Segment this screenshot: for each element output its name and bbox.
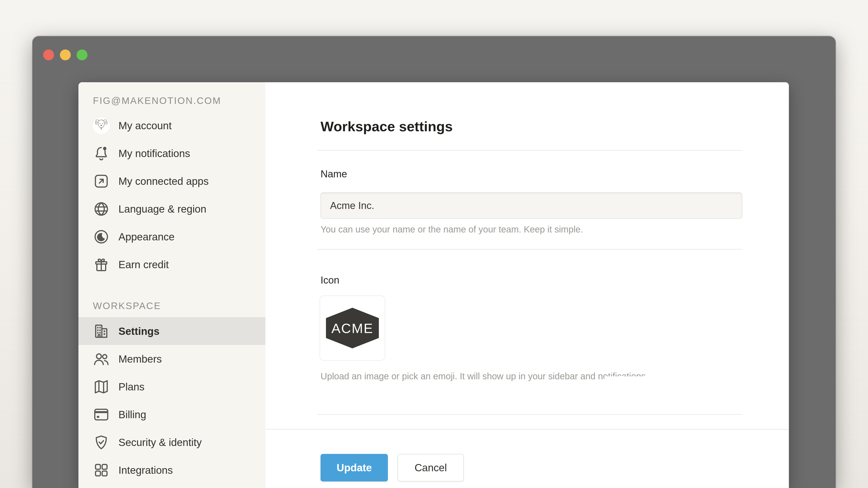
render-artifact-overlay bbox=[604, 377, 653, 385]
grid-icon bbox=[92, 461, 111, 479]
sidebar-item-my-account[interactable]: My account bbox=[79, 111, 266, 139]
page-title: Workspace settings bbox=[320, 118, 453, 135]
workspace-settings-list: Settings Members bbox=[79, 317, 266, 484]
sidebar-item-my-connected-apps[interactable]: My connected apps bbox=[79, 167, 266, 195]
gift-icon bbox=[92, 256, 111, 273]
icon-field-label: Icon bbox=[320, 274, 339, 287]
acme-logo: ACME bbox=[326, 308, 379, 348]
moon-icon bbox=[92, 228, 111, 246]
dialog-footer: Update Cancel bbox=[266, 429, 789, 488]
sidebar-item-label: Appearance bbox=[119, 231, 175, 243]
sidebar-item-label: Members bbox=[119, 353, 162, 365]
workspace-section-heading: WORKSPACE bbox=[93, 300, 161, 311]
sidebar-item-integrations[interactable]: Integrations bbox=[79, 456, 266, 484]
name-helper-text: You can use your name or the name of you… bbox=[320, 222, 583, 236]
sidebar-item-billing[interactable]: Billing bbox=[79, 400, 266, 428]
sidebar-item-my-notifications[interactable]: My notifications bbox=[79, 139, 266, 167]
desktop-background: FIG@MAKENOTION.COM bbox=[0, 0, 868, 488]
sidebar-item-plans[interactable]: Plans bbox=[79, 373, 266, 400]
settings-dialog: FIG@MAKENOTION.COM bbox=[79, 82, 789, 488]
account-email-heading: FIG@MAKENOTION.COM bbox=[93, 95, 221, 106]
traffic-light-zoom[interactable] bbox=[76, 50, 88, 60]
traffic-light-minimize[interactable] bbox=[60, 50, 71, 60]
bell-icon bbox=[92, 144, 111, 162]
credit-card-icon bbox=[92, 406, 111, 423]
sidebar-item-language-region[interactable]: Language & region bbox=[79, 195, 266, 223]
divider bbox=[317, 150, 742, 151]
divider bbox=[317, 249, 742, 250]
macos-window: FIG@MAKENOTION.COM bbox=[32, 35, 836, 488]
avatar-icon bbox=[92, 116, 111, 135]
sidebar-item-appearance[interactable]: Appearance bbox=[79, 223, 266, 251]
traffic-light-close[interactable] bbox=[43, 50, 54, 60]
workspace-name-input[interactable] bbox=[320, 193, 742, 219]
sidebar-item-label: My account bbox=[119, 120, 172, 132]
external-link-icon bbox=[92, 172, 111, 190]
workspace-settings-pane: Workspace settings Name You can use your… bbox=[266, 82, 789, 488]
globe-icon bbox=[92, 200, 111, 218]
divider bbox=[317, 414, 742, 415]
sidebar-item-label: My connected apps bbox=[119, 175, 209, 187]
settings-sidebar: FIG@MAKENOTION.COM bbox=[79, 82, 266, 488]
sidebar-item-members[interactable]: Members bbox=[79, 345, 266, 373]
sidebar-item-label: Integrations bbox=[119, 464, 173, 476]
building-icon bbox=[92, 322, 111, 340]
update-button[interactable]: Update bbox=[320, 454, 388, 482]
map-icon bbox=[92, 378, 111, 396]
sidebar-item-security-identity[interactable]: Security & identity bbox=[79, 428, 266, 456]
shield-check-icon bbox=[92, 433, 111, 451]
sidebar-item-label: Earn credit bbox=[119, 258, 168, 271]
members-icon bbox=[92, 350, 111, 368]
sidebar-item-settings[interactable]: Settings bbox=[79, 317, 266, 345]
sidebar-item-label: Billing bbox=[119, 409, 146, 421]
sidebar-item-label: Security & identity bbox=[119, 436, 202, 449]
account-settings-list: My account My notifications bbox=[79, 111, 266, 278]
sidebar-item-label: My notifications bbox=[119, 147, 190, 160]
cancel-button[interactable]: Cancel bbox=[398, 454, 464, 482]
svg-text:ACME: ACME bbox=[331, 321, 373, 336]
workspace-icon-picker[interactable]: ACME bbox=[320, 295, 385, 361]
sidebar-item-label: Settings bbox=[119, 325, 159, 337]
name-field-label: Name bbox=[320, 168, 347, 180]
sidebar-item-earn-credit[interactable]: Earn credit bbox=[79, 251, 266, 278]
sidebar-item-label: Plans bbox=[119, 381, 145, 393]
sidebar-item-label: Language & region bbox=[119, 203, 206, 215]
